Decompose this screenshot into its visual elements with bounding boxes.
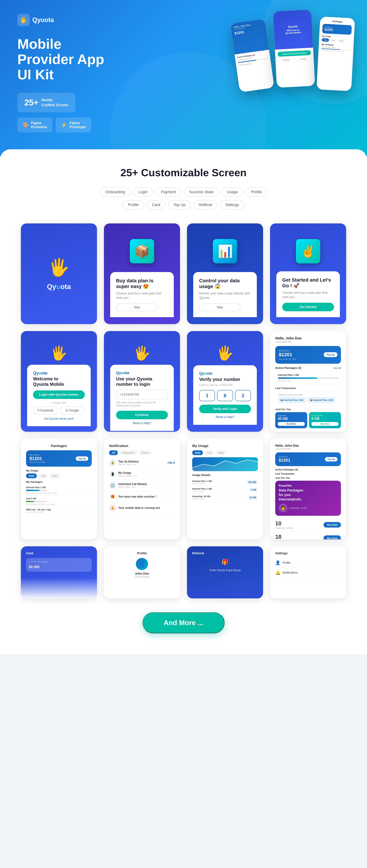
tag-refferal[interactable]: Refferal	[194, 200, 217, 210]
pkg-tab-sms[interactable]: SMS	[49, 473, 60, 478]
screens-row-1: 🖐️ Qyuota 📦 Buy data plan is super easy …	[21, 223, 346, 324]
tag-success[interactable]: Success State	[184, 187, 219, 197]
notif-tab-promo[interactable]: Promo	[139, 450, 151, 455]
splash-hand-icon: 🖐️	[48, 257, 70, 278]
verify-login-btn[interactable]: Verify and Login	[199, 405, 251, 413]
and-more-button[interactable]: And More ...	[142, 612, 225, 633]
packages-balance: My Balance $1201 Top Up Exp on Jan 13, 2…	[26, 450, 92, 467]
tag-card[interactable]: Card	[147, 200, 165, 210]
onboarding-3-desc: Choose and buy a data plan that suits yo…	[282, 290, 334, 299]
verify-desc: Code is sent to +23456789	[199, 383, 251, 386]
logo-text: Qyuota	[32, 16, 54, 24]
onboarding-3-title: Get Started and Let's Go ! 🚀	[282, 277, 334, 288]
dash2-phone: +0123456789	[275, 447, 341, 450]
onboarding-2-desc: Monitor your data usage directly with Qy…	[199, 291, 251, 300]
onboarding-1-skip[interactable]: Skip	[116, 304, 158, 311]
otp-1[interactable]: 1	[199, 390, 215, 401]
notif-4-title: You have new data voucher !	[118, 495, 175, 498]
screen-onboarding-3: ✌️ Get Started and Let's Go ! 🚀 Choose a…	[270, 223, 346, 324]
dash2-greeting: Hello, John Doe	[275, 444, 341, 447]
pkg-myusage: My Usage	[26, 469, 92, 472]
referral-desc: Invite friends & get bonus	[192, 569, 258, 572]
buy-now-1[interactable]: Buy Now	[278, 422, 305, 426]
tags-row-1: Onboarding Login Payment Success State U…	[21, 187, 346, 197]
tag-settings[interactable]: Settings	[220, 200, 244, 210]
usage-title: My Usage	[192, 444, 258, 448]
verify-title: Verify your number	[199, 377, 251, 382]
dash2-last-txn: Last Transaction	[275, 472, 341, 475]
tag-usage[interactable]: Usage	[222, 187, 243, 197]
tag-login[interactable]: Login	[133, 187, 153, 197]
login-title: Use your Qyuota number to login	[116, 376, 168, 387]
tag-profile[interactable]: Profile	[246, 187, 267, 197]
onboarding-1-icon: 📦	[128, 237, 156, 265]
need-help-link[interactable]: Need a help?	[116, 421, 168, 425]
referral-icon: 🎁	[192, 559, 258, 565]
onboarding-2-skip[interactable]: Skip	[199, 304, 241, 311]
onboarding-3-icon: ✌️	[294, 237, 322, 265]
otp-3[interactable]: 2	[235, 390, 251, 401]
onboarding-3-getstarted[interactable]: Get Started	[282, 303, 334, 311]
promo-2: Roaming Plus. 5 GB Buy Now	[309, 412, 341, 428]
phone-input[interactable]	[116, 390, 168, 399]
notif-2-title: My Usage	[118, 471, 175, 474]
screens-row-3: Packages My Balance $1201 Top Up Exp on …	[21, 439, 346, 539]
packages-title: Packages	[26, 444, 92, 448]
topup-btn[interactable]: Top Up	[324, 352, 337, 357]
starter-pack-link[interactable]: Get Qyuota starter pack	[33, 417, 85, 420]
welcome-title: Welcome toQyuota Mobile	[33, 376, 85, 387]
notif-call-icon: 🔄	[109, 482, 116, 489]
profile-screen-title: Profile	[109, 552, 175, 555]
partial-card-screen: Card **** **** **** 4512 $2,450	[21, 546, 97, 598]
logo-icon: 🖐️	[18, 14, 30, 26]
screen-dashboard: Hello, John Doe +0123456789 My Balance $…	[270, 331, 346, 432]
notif-tabs: All Transaction Promo	[109, 450, 175, 455]
pkg-item-3: SMS Lite - 30 sms / day Exp on Nov 15, 2…	[26, 507, 92, 515]
powernet-card: PowerNet. Data Packagesfor youInternetah…	[275, 481, 341, 516]
svg-marker-0	[192, 460, 258, 471]
tag-profile2[interactable]: Profile	[123, 200, 144, 210]
hero-tools: 🎨 FigmaExclusive ⚡ FigmaPrototype	[18, 118, 349, 132]
notif-tab-transaction[interactable]: Transaction	[119, 450, 137, 455]
welcome-top-icon: 🖐️	[27, 338, 91, 361]
plan-buy-1[interactable]: Buy Now	[323, 522, 341, 528]
screen-packages: Packages My Balance $1201 Top Up Exp on …	[21, 439, 97, 539]
dash2-topup[interactable]: Top Up	[325, 457, 337, 461]
settings-profile-icon: 👤	[275, 560, 280, 565]
tag-onboarding[interactable]: Onboarding	[100, 187, 130, 197]
buy-now-2[interactable]: Buy Now	[311, 422, 339, 426]
notif-tab-all[interactable]: All	[109, 450, 118, 455]
google-btn[interactable]: G Google	[60, 407, 85, 414]
usage-tab-sms[interactable]: SMS	[216, 450, 226, 455]
welcome-login-btn[interactable]: Login with Qyuota number	[33, 391, 85, 399]
notif-3-title: Unlimited Call Weekly	[118, 483, 175, 486]
partial-referral-screen: Referral 🎁 Invite friends & get bonus	[187, 546, 263, 598]
see-all-btn[interactable]: See All	[333, 367, 341, 369]
phone-desc: We need your phone number for verificati…	[116, 401, 168, 407]
hero-badges: 25+ NeatlyCrafted Screen	[18, 93, 349, 112]
settings-screen-title: Settings	[275, 552, 341, 555]
otp-2[interactable]: 6	[217, 390, 233, 401]
balance-amount: $1201	[279, 352, 292, 358]
facebook-btn[interactable]: f Facebook	[33, 407, 58, 414]
txn-item: Adjust/top up last package 📦 Internet Pl…	[275, 391, 341, 406]
verify-logo: Qyuota	[199, 371, 251, 376]
onboarding-2-title: Control your data usage 😱	[199, 278, 251, 289]
settings-item-2-label: Notifications	[283, 571, 298, 574]
continue-btn[interactable]: Continue	[116, 411, 168, 419]
plan-buy-2[interactable]: Buy Now	[323, 535, 341, 539]
tag-topup[interactable]: Top Up	[168, 200, 191, 210]
notif-item-3: 🔄 Unlimited Call Weekly Feb 1, 2020 - 9 …	[109, 480, 175, 491]
usage-tab-call[interactable]: Call	[204, 450, 214, 455]
dashboard-phone: +0123456789	[275, 340, 341, 343]
pkg-tab-call[interactable]: Call	[38, 473, 48, 478]
pkg-topup-btn[interactable]: Top Up	[76, 456, 88, 461]
usage-item-3: PowerNet, 30 GB June 13, 2020 10 GB	[192, 494, 258, 501]
verify-help-link[interactable]: Need a help?	[199, 415, 251, 419]
usage-tab-data[interactable]: Data	[192, 450, 203, 455]
pkg-tabs: Data Call SMS	[26, 473, 92, 478]
figma-proto-icon: ⚡	[61, 122, 67, 128]
splash-logo: Qyuota	[47, 283, 71, 290]
tag-payment[interactable]: Payment	[156, 187, 181, 197]
pkg-tab-data[interactable]: Data	[26, 473, 37, 478]
